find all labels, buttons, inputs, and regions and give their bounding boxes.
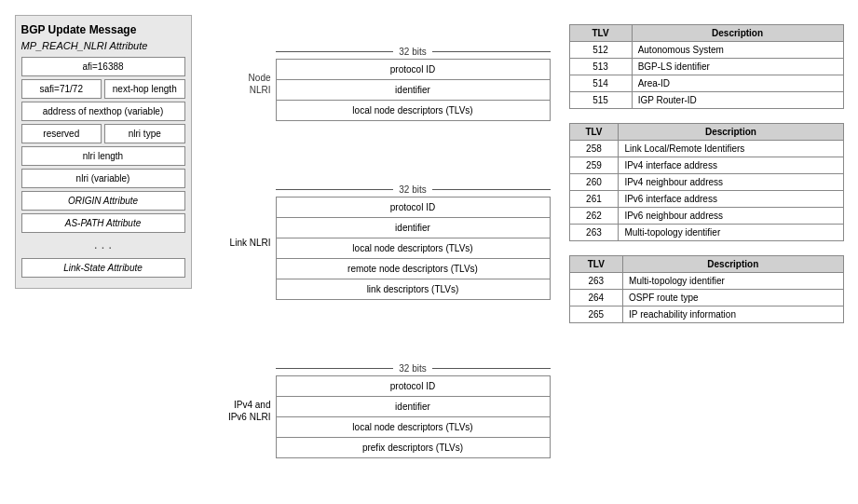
table-row: 258 Link Local/Remote Identifiers [569, 140, 843, 157]
table-row: 260 IPv4 neighbour address [569, 173, 843, 190]
prefix-desc-header: Description [623, 255, 843, 272]
link-bits-label: 32 bits [276, 184, 551, 195]
tlv-264: 264 [569, 289, 623, 306]
field-aspath: AS-PATH Attribute [21, 213, 185, 233]
tlv-513: 513 [569, 58, 632, 75]
desc-258: Link Local/Remote Identifiers [619, 140, 843, 157]
link-nlri-boxes: protocol ID identifier local node descri… [276, 197, 551, 300]
tlv-261: 261 [569, 190, 619, 207]
desc-259: IPv4 interface address [619, 157, 843, 173]
desc-265: IP reachability information [623, 306, 843, 322]
link-protocol-id: protocol ID [277, 198, 550, 218]
node-nlri-boxes: protocol ID identifier local node descri… [276, 59, 551, 121]
table-row: 261 IPv6 interface address [569, 190, 843, 207]
table-row: 263 Multi-topology identifier [569, 272, 843, 289]
tlv-262: 262 [569, 207, 619, 224]
prefix-tlv-table: TLV Description 263 Multi-topology ident… [569, 255, 844, 323]
tlv-260: 260 [569, 173, 619, 190]
tlv-259: 259 [569, 157, 619, 173]
node-bits-label: 32 bits [276, 47, 551, 57]
field-origin: ORIGIN Attribute [21, 191, 185, 211]
link-local-descriptors: local node descriptors (TLVs) [277, 238, 550, 259]
tlv-265: 265 [569, 306, 623, 322]
link-identifier: identifier [277, 218, 550, 238]
node-tlv-header: TLV [569, 24, 632, 41]
ipv4-protocol-id: protocol ID [277, 376, 550, 397]
field-afi: afi=16388 [21, 57, 185, 76]
desc-514: Area-ID [632, 75, 843, 91]
table-row: 513 BGP-LS identifier [569, 58, 843, 75]
table-row: 512 Autonomous System [569, 41, 843, 58]
node-local-descriptors: local node descriptors (TLVs) [277, 101, 550, 120]
middle-panel: NodeNLRI 32 bits protocol ID identifier … [201, 15, 560, 490]
desc-512: Autonomous System [632, 41, 843, 58]
ipv4-prefix-descriptors: prefix descriptors (TLVs) [277, 438, 550, 457]
link-nlri-section: Link NLRI 32 bits protocol ID identifier… [276, 184, 551, 300]
panel-subtitle: MP_REACH_NLRI Attribute [21, 40, 185, 51]
desc-262: IPv6 neighbour address [619, 207, 843, 224]
tlv-258: 258 [569, 140, 619, 157]
dots: · · · [21, 236, 185, 258]
left-panel: BGP Update Message MP_REACH_NLRI Attribu… [15, 15, 192, 289]
tlv-514: 514 [569, 75, 632, 91]
table-row: 514 Area-ID [569, 75, 843, 91]
node-protocol-id: protocol ID [277, 60, 550, 80]
node-nlri-label: NodeNLRI [206, 72, 271, 96]
field-nlri-type: nlri type [104, 124, 185, 143]
tlv-263a: 263 [569, 224, 619, 240]
node-nlri-section: NodeNLRI 32 bits protocol ID identifier … [276, 47, 551, 121]
desc-261: IPv6 interface address [619, 190, 843, 207]
tlv-515: 515 [569, 91, 632, 108]
panel-title: BGP Update Message [21, 23, 185, 36]
ipv4-nlri-section: IPv4 andIPv6 NLRI 32 bits protocol ID id… [276, 363, 551, 458]
node-identifier: identifier [277, 80, 550, 101]
desc-263a: Multi-topology identifier [619, 224, 843, 240]
tlv-263b: 263 [569, 272, 623, 289]
ipv4-identifier: identifier [277, 397, 550, 417]
field-nlri-variable: nlri (variable) [21, 169, 185, 188]
main-container: BGP Update Message MP_REACH_NLRI Attribu… [6, 6, 853, 499]
field-row-safi: safi=71/72 next-hop length [21, 79, 185, 99]
link-desc-header: Description [619, 123, 843, 140]
table-row: 265 IP reachability information [569, 306, 843, 322]
field-nexthop-length: next-hop length [104, 79, 185, 99]
field-reserved: reserved [21, 124, 102, 143]
tlv-512: 512 [569, 41, 632, 58]
prefix-tlv-header: TLV [569, 255, 623, 272]
desc-263b: Multi-topology identifier [623, 272, 843, 289]
node-tlv-table: TLV Description 512 Autonomous System 51… [569, 24, 844, 109]
field-address-nexthop: address of nexthop (variable) [21, 102, 185, 121]
ipv4-nlri-label: IPv4 andIPv6 NLRI [206, 399, 271, 423]
desc-264: OSPF route type [623, 289, 843, 306]
ipv4-bits-label: 32 bits [276, 363, 551, 374]
right-panel: TLV Description 512 Autonomous System 51… [569, 15, 844, 323]
desc-260: IPv4 neighbour address [619, 173, 843, 190]
field-nlri-length: nlri length [21, 146, 185, 166]
ipv4-local-descriptors: local node descriptors (TLVs) [277, 417, 550, 438]
link-tlv-table: TLV Description 258 Link Local/Remote Id… [569, 123, 844, 241]
ipv4-nlri-boxes: protocol ID identifier local node descri… [276, 375, 551, 458]
table-row: 259 IPv4 interface address [569, 157, 843, 173]
link-nlri-label: Link NLRI [206, 236, 271, 248]
table-row: 264 OSPF route type [569, 289, 843, 306]
field-linkstate: Link-State Attribute [21, 258, 185, 278]
node-desc-header: Description [632, 24, 843, 41]
desc-513: BGP-LS identifier [632, 58, 843, 75]
link-tlv-header: TLV [569, 123, 619, 140]
desc-515: IGP Router-ID [632, 91, 843, 108]
table-row: 263 Multi-topology identifier [569, 224, 843, 240]
field-safi: safi=71/72 [21, 79, 102, 99]
link-descriptors: link descriptors (TLVs) [277, 279, 550, 299]
field-row-reserved: reserved nlri type [21, 124, 185, 143]
table-row: 262 IPv6 neighbour address [569, 207, 843, 224]
link-remote-descriptors: remote node descriptors (TLVs) [277, 259, 550, 279]
table-row: 515 IGP Router-ID [569, 91, 843, 108]
